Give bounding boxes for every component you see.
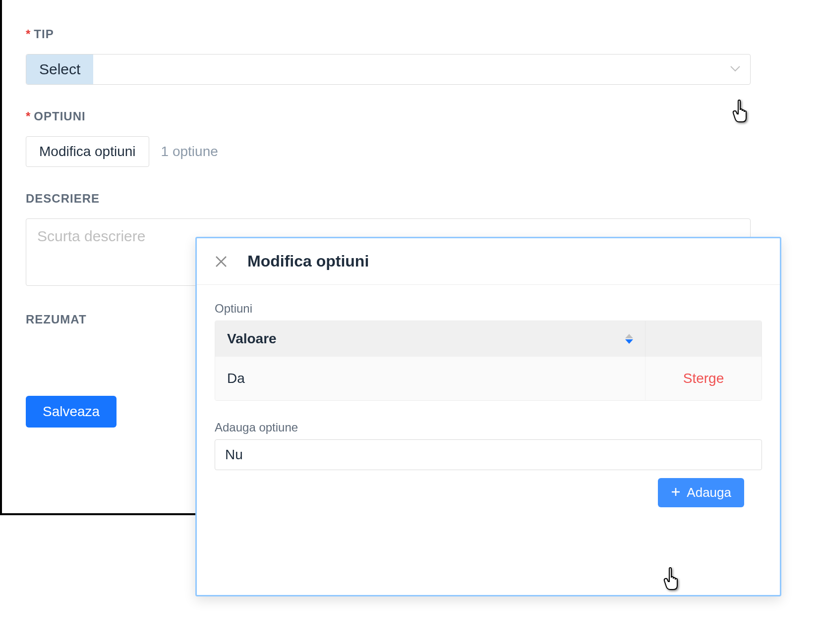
add-option-input[interactable] <box>215 439 762 470</box>
modify-options-button[interactable]: Modifica optiuni <box>26 136 149 167</box>
tip-label: *TIP <box>26 27 751 41</box>
add-option-label: Adauga optiune <box>215 421 762 434</box>
delete-row-button[interactable]: Sterge <box>645 357 761 400</box>
column-actions <box>645 321 761 357</box>
column-valoare[interactable]: Valoare <box>215 321 645 357</box>
options-table: Valoare Da Sterge <box>215 321 762 401</box>
optiuni-label: *OPTIUNI <box>26 109 751 123</box>
column-valoare-label: Valoare <box>227 331 277 347</box>
required-asterisk: * <box>26 27 31 41</box>
chevron-down-icon <box>730 65 740 74</box>
add-button-label: Adauga <box>687 485 731 500</box>
optiuni-label-text: OPTIUNI <box>34 109 85 123</box>
modal-footer: Adauga <box>215 478 762 507</box>
sort-icon[interactable] <box>625 334 633 344</box>
options-row: Modifica optiuni 1 optiune <box>26 136 751 167</box>
options-count: 1 optiune <box>161 144 218 160</box>
modal-title: Modifica optiuni <box>247 252 369 270</box>
sort-up-icon <box>625 334 633 338</box>
save-button[interactable]: Salveaza <box>26 396 117 428</box>
plus-icon <box>671 485 681 500</box>
tip-label-text: TIP <box>34 27 54 41</box>
modal-body: Optiuni Valoare Da Sterge Adauga optiune <box>197 285 780 518</box>
options-section-label: Optiuni <box>215 302 762 316</box>
sort-down-icon <box>625 339 633 344</box>
tip-select[interactable]: Select <box>26 54 751 85</box>
add-button[interactable]: Adauga <box>658 478 744 507</box>
table-row: Da Sterge <box>215 357 761 400</box>
descriere-label: DESCRIERE <box>26 192 751 206</box>
table-header-row: Valoare <box>215 321 761 357</box>
required-asterisk: * <box>26 109 31 123</box>
close-icon[interactable] <box>215 255 228 268</box>
tip-field-group: *TIP Select <box>26 27 751 85</box>
row-value: Da <box>215 357 645 400</box>
modal-header: Modifica optiuni <box>197 238 780 285</box>
optiuni-field-group: *OPTIUNI Modifica optiuni 1 optiune <box>26 109 751 167</box>
tip-selected-value: Select <box>26 54 93 84</box>
modify-options-modal: Modifica optiuni Optiuni Valoare Da Ster… <box>195 237 781 596</box>
